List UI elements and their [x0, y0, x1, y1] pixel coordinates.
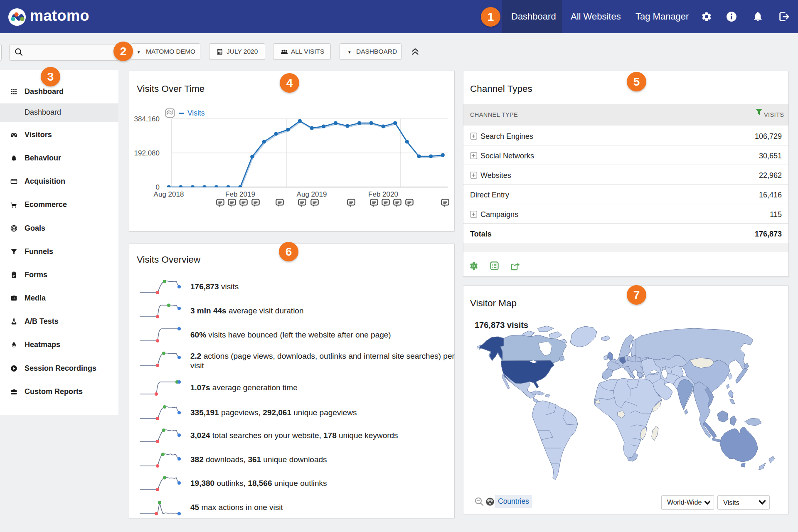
- svg-text:Aug 2019: Aug 2019: [297, 190, 327, 198]
- svg-text:Feb 2020: Feb 2020: [368, 190, 398, 198]
- svg-text:Aug 2018: Aug 2018: [154, 190, 184, 198]
- svg-text:Feb 2019: Feb 2019: [225, 190, 255, 198]
- svg-text:Visits: Visits: [187, 109, 205, 117]
- svg-text:384,160: 384,160: [134, 115, 160, 123]
- svg-text:192,080: 192,080: [134, 149, 160, 157]
